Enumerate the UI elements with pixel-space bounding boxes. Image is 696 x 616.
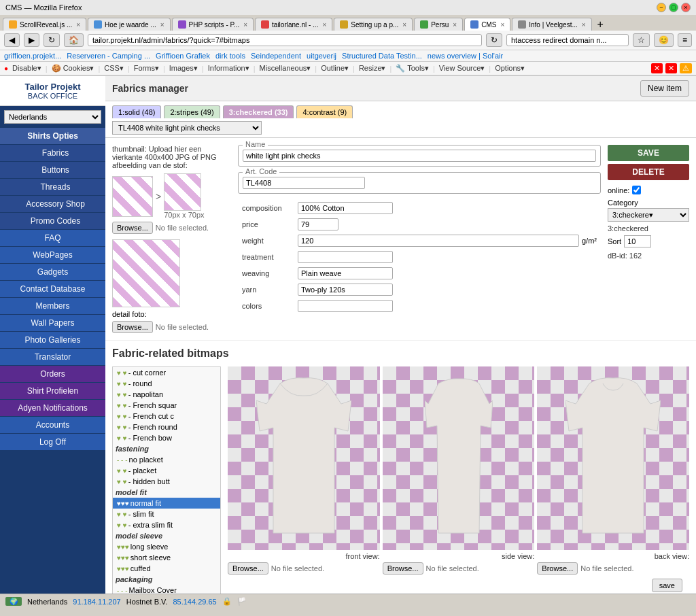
browse-button-detail[interactable]: Browse... <box>112 321 153 333</box>
tab-php[interactable]: PHP scripts - P... × <box>172 18 254 31</box>
forward-button[interactable]: ▶ <box>24 33 39 47</box>
sidebar-members[interactable]: Members <box>0 298 105 315</box>
sidebar-accounts[interactable]: Accounts <box>0 417 105 434</box>
home-button[interactable]: 🏠 <box>64 33 84 47</box>
tab-tailorlane[interactable]: tailorlane.nl - ... × <box>255 18 332 31</box>
list-item-french-squar[interactable]: ♥ ♥ - French squar <box>113 400 220 411</box>
list-item-round[interactable]: ♥ ♥ - round <box>113 378 220 389</box>
list-item-mailbox[interactable]: - - - Mailbox Cover <box>113 585 220 594</box>
bookmark-dirk[interactable]: dirk tools <box>215 52 245 60</box>
tab-scrollreveal[interactable]: ScrollReveal.js ... × <box>3 18 86 31</box>
sidebar-shirts-opties[interactable]: Shirts Opties <box>0 128 105 145</box>
close-button[interactable]: × <box>681 3 691 12</box>
back-button[interactable]: ◀ <box>4 33 20 47</box>
back-browse-button[interactable]: Browse... <box>537 562 578 575</box>
fabric-select[interactable]: TL4408 white light pink checks <box>112 121 262 135</box>
list-item-cuffed[interactable]: ♥♥♥ cuffed <box>113 563 220 574</box>
list-item-normal-fit[interactable]: ♥♥♥ normal fit <box>113 498 220 509</box>
sidebar-buttons[interactable]: Buttons <box>0 162 105 179</box>
sidebar-contact[interactable]: Contact Database <box>0 281 105 298</box>
minimize-button[interactable]: − <box>657 3 666 12</box>
tab-close[interactable]: × <box>402 21 406 29</box>
bookmark-griffioen-grafiek[interactable]: Griffioen Grafiek <box>156 52 210 60</box>
name-input[interactable] <box>243 150 596 162</box>
bookmark-reserveren[interactable]: Reserveren - Camping ... <box>67 52 150 60</box>
sidebar-translator[interactable]: Translator <box>0 349 105 366</box>
list-item-slim-fit[interactable]: ♥ ♥ - slim fit <box>113 509 220 519</box>
filter-tab-stripes[interactable]: 2:stripes (49) <box>164 105 220 118</box>
toolbar-forms[interactable]: Forms▾ <box>134 64 159 73</box>
sidebar-promo[interactable]: Promo Codes <box>0 213 105 230</box>
side-browse-button[interactable]: Browse... <box>383 562 423 575</box>
tab-close[interactable]: × <box>500 21 504 29</box>
list-item-napolitan[interactable]: ♥ ♥ - napolitan <box>113 389 220 400</box>
sidebar-adyen[interactable]: Adyen Notifications <box>0 400 105 417</box>
bookmark-btn[interactable]: ☆ <box>633 33 650 47</box>
address-bar[interactable] <box>88 34 482 46</box>
tab-setting[interactable]: Setting up a p... × <box>334 18 413 31</box>
tab-close[interactable]: × <box>243 21 247 29</box>
colors-input[interactable] <box>298 300 393 312</box>
tab-info[interactable]: Info | Veelgest... × <box>512 18 591 31</box>
tab-close[interactable]: × <box>582 21 586 29</box>
tab-close[interactable]: × <box>322 21 326 29</box>
price-input[interactable] <box>298 218 338 230</box>
tab-hoe[interactable]: Hoe je waarde ... × <box>88 18 170 31</box>
artcode-input[interactable] <box>243 177 365 189</box>
sidebar-logoff[interactable]: Log Off <box>0 434 105 451</box>
sidebar-threads[interactable]: Threads <box>0 179 105 196</box>
sidebar-fabrics[interactable]: Fabrics <box>0 145 105 162</box>
toolbar-cookies[interactable]: 🍪 Cookies▾ <box>52 64 94 73</box>
new-item-button[interactable]: New item <box>640 80 689 97</box>
search-bar[interactable] <box>506 34 629 46</box>
refresh-btn2[interactable]: ↻ <box>486 33 502 47</box>
toolbar-images[interactable]: Images▾ <box>169 64 198 73</box>
sidebar-gadgets[interactable]: Gadgets <box>0 264 105 281</box>
sort-input[interactable] <box>624 235 651 247</box>
sidebar-photogalleries[interactable]: Photo Galleries <box>0 332 105 349</box>
toolbar-options[interactable]: Options▾ <box>495 64 525 73</box>
list-item-french-cut[interactable]: ♥ ♥ - French cut c <box>113 411 220 422</box>
toolbar-information[interactable]: Information▾ <box>208 64 249 73</box>
treatment-input[interactable] <box>298 251 393 263</box>
bottom-save-button[interactable]: save <box>652 579 682 592</box>
list-item-extra-slim[interactable]: ♥ ♥ - extra slim fit <box>113 519 220 530</box>
filter-tab-contrast[interactable]: 4:contrast (9) <box>296 105 353 118</box>
front-browse-button[interactable]: Browse... <box>228 562 268 575</box>
list-item-short-sleeve[interactable]: ♥♥♥ short sleeve <box>113 552 220 563</box>
toolbar-outline[interactable]: Outline▾ <box>321 64 349 73</box>
category-select[interactable]: 3:checkere▾ <box>608 208 689 222</box>
list-item-placket[interactable]: ♥ ♥ - placket <box>113 465 220 476</box>
filter-tab-solid[interactable]: 1:solid (48) <box>112 105 161 118</box>
new-tab-button[interactable]: + <box>593 18 608 31</box>
toolbar-css[interactable]: CSS▾ <box>104 64 124 73</box>
toolbar-tools[interactable]: 🔧 Tools▾ <box>396 64 429 73</box>
list-item-no-placket[interactable]: - - - no placket <box>113 454 220 465</box>
refresh-button[interactable]: ↻ <box>44 33 60 47</box>
bookmark-uitgeverij[interactable]: uitgeverij <box>307 52 336 60</box>
bookmark-seindependent[interactable]: Seindependent <box>251 52 301 60</box>
toolbar-viewsource[interactable]: View Source▾ <box>439 64 485 73</box>
tab-close[interactable]: × <box>453 21 457 29</box>
composition-input[interactable] <box>298 202 393 214</box>
sidebar-wallpapers[interactable]: Wall Papers <box>0 315 105 332</box>
maximize-button[interactable]: □ <box>669 3 678 12</box>
list-item-long-sleeve[interactable]: ♥♥♥ long sleeve <box>113 541 220 552</box>
tab-close[interactable]: × <box>76 21 80 29</box>
menu-btn[interactable]: ≡ <box>678 33 692 47</box>
sidebar-orders[interactable]: Orders <box>0 366 105 383</box>
filter-tab-checkered[interactable]: 3:checkered (33) <box>223 105 294 118</box>
bookmark-news[interactable]: news overview | Sol'air <box>428 52 503 60</box>
list-item-french-round[interactable]: ♥ ♥ - French round <box>113 422 220 432</box>
emoji-btn[interactable]: 😊 <box>654 33 674 47</box>
language-select[interactable]: Nederlands <box>4 110 101 124</box>
tab-persu[interactable]: Persu × <box>414 18 463 31</box>
sidebar-faq[interactable]: FAQ <box>0 230 105 247</box>
list-item-cut[interactable]: ♥ ♥ - cut corner <box>113 367 220 378</box>
toolbar-disable[interactable]: Disable▾ <box>12 64 41 73</box>
tab-cms[interactable]: CMS × <box>464 18 510 31</box>
browse-button-thumb[interactable]: Browse... <box>112 222 153 234</box>
weaving-input[interactable] <box>298 267 393 279</box>
list-item-hidden[interactable]: ♥ ♥ - hidden butt <box>113 476 220 487</box>
sidebar-shirt-profielen[interactable]: Shirt Profielen <box>0 383 105 400</box>
